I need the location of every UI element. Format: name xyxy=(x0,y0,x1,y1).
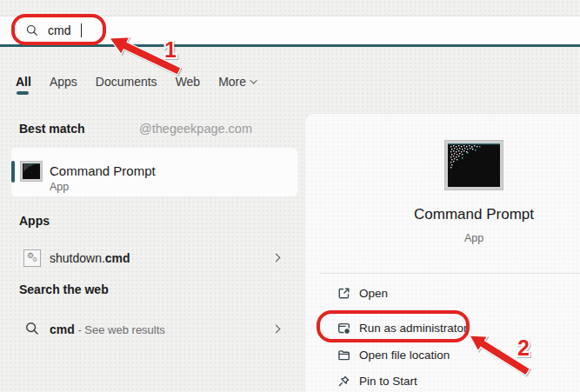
cmd-file-icon: ⚙ ⚙ xyxy=(23,249,41,267)
chevron-down-icon xyxy=(250,76,257,83)
web-result-suffix: - See web results xyxy=(75,323,165,336)
best-match-title[interactable]: Command Prompt xyxy=(50,163,156,178)
web-section-header: Search the web xyxy=(19,282,109,296)
command-prompt-large-icon xyxy=(445,141,503,189)
gear-icon: ⚙ xyxy=(32,256,37,263)
command-prompt-icon xyxy=(21,162,42,181)
chevron-right-icon xyxy=(272,254,281,262)
run-as-admin-icon xyxy=(337,322,350,335)
search-query-text: cmd xyxy=(48,23,70,37)
tab-more-label: More xyxy=(218,75,246,89)
app-result-bold: cmd xyxy=(105,251,130,265)
open-external-icon xyxy=(337,287,350,300)
preview-title-block: Command Prompt App xyxy=(348,206,580,244)
tab-apps[interactable]: Apps xyxy=(50,75,77,89)
pin-icon xyxy=(337,375,350,388)
app-result-label: shutdown.cmd xyxy=(50,251,130,265)
app-result-prefix: shutdown. xyxy=(50,251,105,265)
web-result-cmd[interactable]: cmd - See web results xyxy=(10,315,298,344)
chevron-right-icon xyxy=(272,325,281,334)
text-caret xyxy=(81,23,82,37)
action-pin-to-start-label: Pin to Start xyxy=(359,375,417,388)
active-tab-indicator xyxy=(17,91,29,95)
search-input[interactable]: cmd xyxy=(0,23,82,37)
folder-icon xyxy=(337,349,350,362)
action-run-as-admin-label: Run as administrator xyxy=(359,322,468,335)
action-pin-to-start[interactable]: Pin to Start xyxy=(337,372,417,389)
action-open-file-location-label: Open file location xyxy=(359,349,450,362)
search-icon xyxy=(25,322,39,336)
best-match-subtitle: App xyxy=(50,181,69,193)
web-result-bold: cmd xyxy=(50,322,75,336)
preview-app-title: Command Prompt xyxy=(348,206,580,223)
web-result-label: cmd - See web results xyxy=(50,322,165,336)
tab-documents[interactable]: Documents xyxy=(96,75,157,89)
tab-web[interactable]: Web xyxy=(176,75,201,89)
action-open[interactable]: Open xyxy=(337,284,388,302)
apps-section-header: Apps xyxy=(19,214,50,228)
panel-divider xyxy=(320,273,580,274)
app-result-shutdown-cmd[interactable]: ⚙ ⚙ shutdown.cmd xyxy=(10,243,298,273)
action-run-as-administrator[interactable]: Run as administrator xyxy=(337,319,468,336)
tab-all[interactable]: All xyxy=(16,75,31,89)
preview-app-subtitle: App xyxy=(348,232,580,244)
search-icon xyxy=(26,24,38,37)
watermark-text: @thegeekpage.com xyxy=(139,122,252,136)
action-open-file-location[interactable]: Open file location xyxy=(337,346,450,363)
action-open-label: Open xyxy=(359,287,388,300)
tab-more[interactable]: More xyxy=(218,75,257,89)
search-bar: cmd xyxy=(0,16,580,47)
search-filter-tabs: All Apps Documents Web More xyxy=(16,75,257,89)
selection-accent-bar xyxy=(11,161,15,183)
best-match-header: Best match xyxy=(19,122,84,136)
